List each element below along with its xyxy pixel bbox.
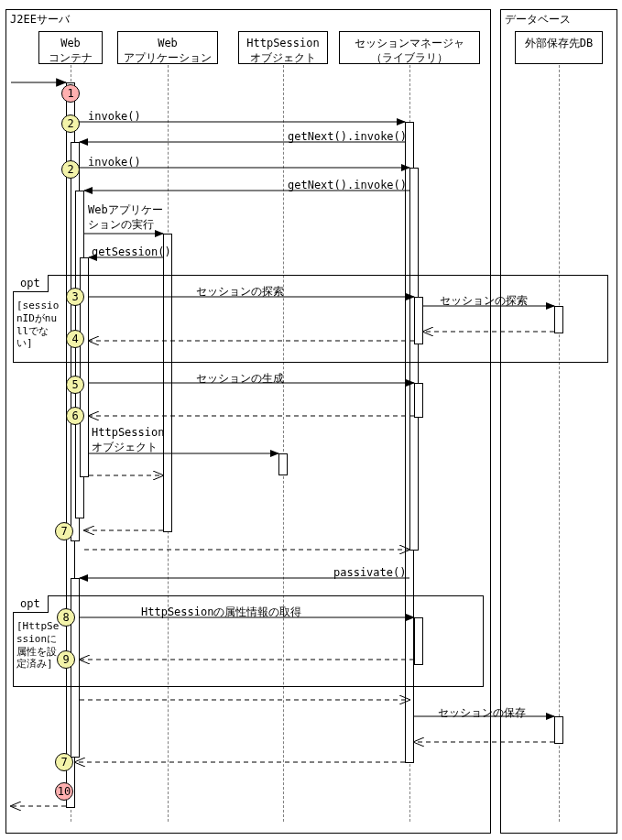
msg-search-session-db: セッションの探索 [440,293,528,309]
sequence-diagram: J2EEサーバ データベース Webコンテナ Webアプリケーション HttpS… [0,0,622,840]
msg-getnext-2: getNext().invoke() [288,179,407,191]
step-2b: 2 [61,160,80,179]
msg-save-session: セッションの保存 [438,705,526,721]
msg-passivate: passivate() [333,566,406,579]
arrows-layer [0,0,622,840]
step-9: 9 [57,650,75,669]
step-8: 8 [57,608,75,627]
msg-invoke-1: invoke() [88,110,141,123]
step-3: 3 [66,288,84,306]
msg-create-session: セッションの生成 [196,371,284,387]
step-6: 6 [66,407,84,425]
step-7b: 7 [55,753,73,771]
step-10: 10 [55,782,73,801]
msg-getnext-1: getNext().invoke() [288,130,407,143]
msg-invoke-2: invoke() [88,156,141,169]
step-5: 5 [66,376,84,394]
msg-get-session: getSession() [92,245,171,258]
step-4: 4 [66,330,84,348]
step-7a: 7 [55,522,73,540]
step-1: 1 [61,84,80,103]
msg-httpsession-obj: HttpSessionオブジェクト [92,426,174,454]
msg-exec-webapp: Webアプリケーションの実行 [88,203,176,232]
msg-get-attrs: HttpSessionの属性情報の取得 [141,605,301,620]
step-2a: 2 [61,115,80,133]
msg-search-session: セッションの探索 [196,284,284,300]
